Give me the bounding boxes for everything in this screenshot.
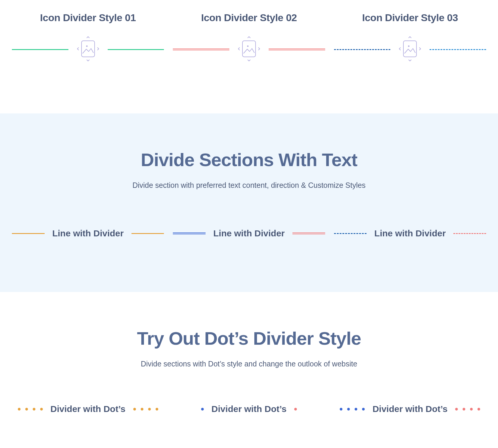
dot-icon [455, 408, 458, 410]
divider-line [131, 233, 164, 234]
divider-text: Line with Divider [45, 228, 131, 238]
icon-divider-row [12, 36, 164, 63]
divider-line [173, 49, 229, 50]
dots-divider-card-2: Divider with Dot’s [173, 404, 325, 414]
dots-left [201, 408, 204, 410]
dot-icon [340, 408, 342, 410]
dot-icon [470, 408, 473, 410]
divider-line [173, 232, 206, 234]
dot-icon [18, 408, 21, 410]
section-subheading: Divide section with preferred text conte… [12, 181, 486, 190]
icon-divider-title: Icon Divider Style 02 [201, 12, 297, 24]
divider-line [12, 49, 68, 50]
dot-icon [294, 408, 297, 410]
text-divider-row: Line with Divider Line with Divider Line… [12, 228, 486, 238]
dot-icon [156, 408, 158, 410]
dot-icon [477, 408, 480, 410]
divider-line [108, 49, 164, 50]
divider-line [292, 232, 325, 234]
image-placeholder-icon [390, 36, 430, 63]
divider-line [334, 233, 367, 234]
dots-left [18, 408, 43, 410]
divider-text: Divider with Dot’s [365, 404, 455, 414]
dots-right [294, 408, 297, 410]
dot-icon [133, 408, 136, 410]
dots-right [133, 408, 158, 410]
dot-icon [362, 408, 365, 410]
text-divider-card-3: Line with Divider [334, 228, 486, 238]
icon-divider-card-3: Icon Divider Style 03 [334, 12, 486, 63]
dots-divider-row: Divider with Dot’s Divider with Dot’s [12, 404, 486, 414]
dot-icon [463, 408, 465, 410]
dot-icon [25, 408, 28, 410]
divider-text: Divider with Dot’s [204, 404, 294, 414]
icon-divider-card-2: Icon Divider Style 02 [173, 12, 325, 63]
icon-divider-title: Icon Divider Style 01 [40, 12, 136, 24]
dots-right [455, 408, 480, 410]
text-divider-card-1: Line with Divider [12, 228, 164, 238]
section-heading: Try Out Dot’s Divider Style [12, 328, 486, 349]
divider-line [269, 49, 325, 50]
icon-divider-row [334, 36, 486, 63]
dots-divider-card-3: Divider with Dot’s [334, 404, 486, 414]
dot-icon [141, 408, 143, 410]
icon-divider-section: Icon Divider Style 01 Icon Divider Style… [0, 0, 498, 113]
icon-divider-title: Icon Divider Style 03 [362, 12, 458, 24]
section-subheading: Divide sections with Dot’s style and cha… [12, 360, 486, 368]
divider-line [334, 49, 391, 50]
icon-divider-row [173, 36, 325, 63]
dot-icon [40, 408, 43, 410]
dot-icon [148, 408, 151, 410]
dots-left [340, 408, 365, 410]
dots-divider-card-1: Divider with Dot’s [12, 404, 164, 414]
dot-icon [355, 408, 357, 410]
dots-divider-section: Try Out Dot’s Divider Style Divide secti… [0, 292, 498, 432]
divider-text: Line with Divider [206, 228, 292, 238]
divider-text: Divider with Dot’s [43, 404, 133, 414]
divider-line [430, 49, 486, 50]
divider-line [12, 233, 45, 234]
icon-divider-card-1: Icon Divider Style 01 [12, 12, 164, 63]
dot-icon [201, 408, 204, 410]
image-placeholder-icon [229, 36, 269, 63]
text-divider-section: Divide Sections With Text Divide section… [0, 113, 498, 292]
dot-icon [33, 408, 35, 410]
image-placeholder-icon [68, 36, 108, 63]
divider-text: Line with Divider [367, 228, 453, 238]
dot-icon [347, 408, 350, 410]
section-heading: Divide Sections With Text [12, 149, 486, 170]
divider-line [453, 233, 486, 234]
text-divider-card-2: Line with Divider [173, 228, 325, 238]
